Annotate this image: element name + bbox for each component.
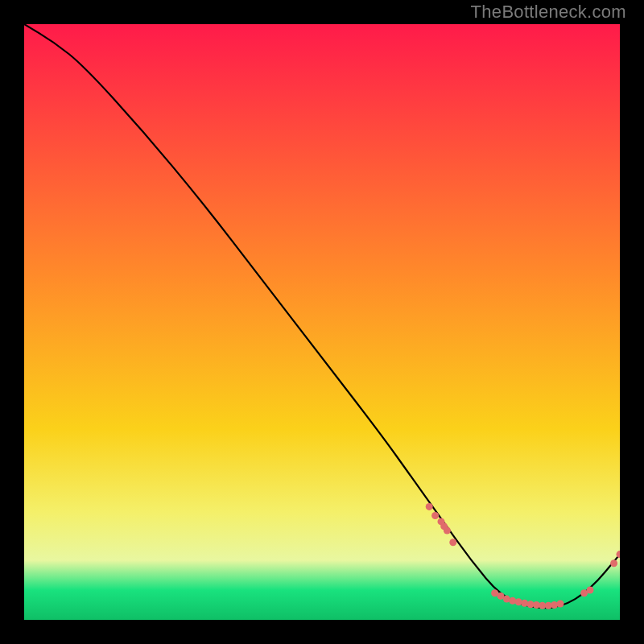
watermark-label: TheBottleneck.com: [471, 2, 626, 23]
curve-marker: [509, 597, 516, 605]
chart-container: TheBottleneck.com: [0, 0, 644, 644]
curve-marker: [610, 559, 617, 567]
curve-marker: [449, 539, 456, 546]
plot-area: [24, 24, 620, 620]
curve-marker: [426, 503, 433, 510]
curve-marker: [521, 600, 528, 607]
curve-marker: [587, 587, 594, 594]
curve-marker: [444, 527, 451, 535]
curve-marker: [431, 512, 439, 519]
curve-marker: [551, 601, 558, 609]
curve-marker: [515, 598, 522, 605]
gradient-background: [24, 24, 620, 620]
bottleneck-curve-chart: [24, 24, 620, 620]
curve-marker: [557, 601, 564, 608]
